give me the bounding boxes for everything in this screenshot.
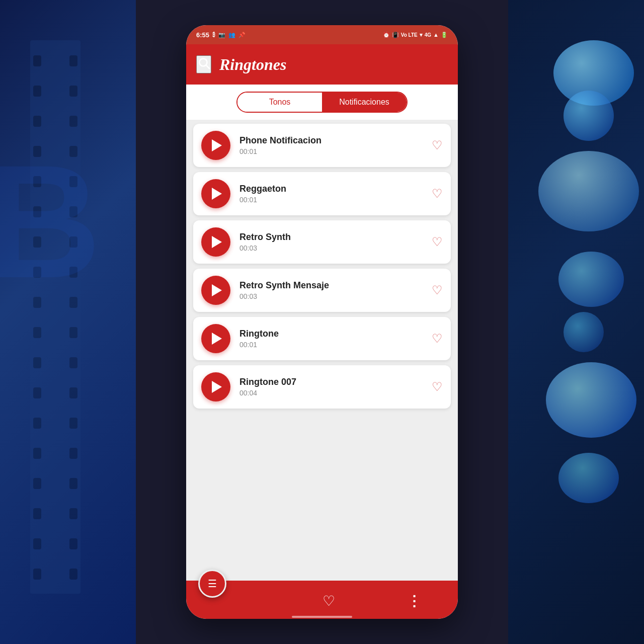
svg-rect-3	[33, 116, 41, 127]
ringtone-info-0: Phone Notificacion 00:01	[239, 135, 432, 155]
list-fab-icon: ☰	[208, 578, 217, 590]
svg-rect-35	[69, 538, 77, 549]
svg-rect-10	[33, 327, 41, 338]
play-button-3[interactable]	[201, 276, 230, 305]
svg-rect-21	[69, 116, 77, 127]
svg-rect-36	[69, 569, 77, 580]
play-button-0[interactable]	[201, 131, 230, 160]
play-icon-1	[212, 188, 222, 200]
status-teams-icon: 👥	[228, 32, 235, 38]
svg-rect-19	[69, 55, 77, 66]
status-signal-bars: ▲	[433, 32, 439, 38]
ringtone-info-3: Retro Synth Mensaje 00:03	[239, 280, 432, 300]
svg-rect-14	[33, 448, 41, 459]
ringtone-name-1: Reggaeton	[239, 184, 432, 194]
status-battery-icon: 🔋	[441, 32, 448, 38]
more-nav-icon: ⋮	[407, 593, 422, 609]
svg-rect-1	[33, 55, 41, 66]
status-right: ⏰ 📳 Vo LTE ▾ 4G ▲ 🔋	[383, 32, 448, 38]
svg-rect-31	[69, 418, 77, 429]
svg-rect-13	[33, 418, 41, 429]
favorite-button-1[interactable]: ♡	[432, 187, 443, 201]
play-icon-0	[212, 139, 222, 151]
list-item[interactable]: Ringtone 00:01 ♡	[193, 317, 451, 360]
ringtone-info-2: Retro Synth 00:03	[239, 232, 432, 252]
app-title: Ringtones	[219, 55, 286, 74]
home-indicator	[292, 616, 352, 618]
play-button-4[interactable]	[201, 324, 230, 353]
list-item[interactable]: Reggaeton 00:01 ♡	[193, 172, 451, 215]
status-signal-text: Vo LTE	[401, 32, 418, 38]
svg-rect-30	[69, 387, 77, 398]
play-button-5[interactable]	[201, 372, 230, 401]
svg-rect-11	[33, 357, 41, 368]
tab-notificaciones[interactable]: Notificaciones	[322, 93, 407, 112]
ringtone-name-4: Ringtone	[239, 329, 432, 339]
favorite-button-5[interactable]: ♡	[432, 380, 443, 394]
ringtone-duration-5: 00:04	[239, 389, 432, 397]
heart-nav-icon: ♡	[323, 593, 335, 609]
tab-container: Tonos Notificaciones	[236, 92, 408, 113]
svg-rect-16	[33, 508, 41, 519]
ringtone-info-5: Ringtone 007 00:04	[239, 377, 432, 397]
status-screenshot-icon: 📷	[218, 32, 225, 38]
status-bitcoin-icon: ₿	[212, 32, 215, 38]
bottom-navigation: ☰ ♡ ⋮	[186, 581, 458, 619]
favorite-button-4[interactable]: ♡	[432, 332, 443, 346]
list-item[interactable]: Retro Synth 00:03 ♡	[193, 220, 451, 264]
play-icon-2	[212, 236, 222, 248]
svg-rect-33	[69, 478, 77, 489]
content-area: Phone Notificacion 00:01 ♡ Reggaeton 00:…	[186, 120, 458, 581]
ringtone-duration-1: 00:01	[239, 196, 432, 204]
tab-bar: Tonos Notificaciones	[186, 85, 458, 120]
list-item[interactable]: Retro Synth Mensaje 00:03 ♡	[193, 269, 451, 312]
svg-rect-15	[33, 478, 41, 489]
ringtone-name-5: Ringtone 007	[239, 377, 432, 387]
svg-rect-18	[33, 569, 41, 580]
favorite-button-0[interactable]: ♡	[432, 138, 443, 152]
svg-rect-2	[33, 86, 41, 97]
list-fab-button[interactable]: ☰	[198, 570, 226, 598]
status-left: 6:55 ₿ 📷 👥 📌	[196, 31, 246, 39]
status-4g-text: 4G	[425, 32, 431, 38]
play-icon-5	[212, 381, 222, 393]
status-pin-icon: 📌	[238, 32, 246, 38]
svg-rect-34	[69, 508, 77, 519]
play-icon-3	[212, 284, 222, 296]
ringtone-name-3: Retro Synth Mensaje	[239, 280, 432, 291]
ringtone-duration-0: 00:01	[239, 147, 432, 155]
ringtone-info-4: Ringtone 00:01	[239, 329, 432, 349]
play-button-1[interactable]	[201, 179, 230, 208]
status-wifi-icon: ▾	[420, 32, 423, 38]
list-item[interactable]: Ringtone 007 00:04 ♡	[193, 365, 451, 409]
svg-rect-28	[69, 327, 77, 338]
list-item[interactable]: Phone Notificacion 00:01 ♡	[193, 124, 451, 167]
svg-rect-17	[33, 538, 41, 549]
more-nav-button[interactable]: ⋮	[407, 593, 422, 609]
svg-rect-32	[69, 448, 77, 459]
status-alarm-icon: ⏰	[383, 32, 390, 38]
phone-frame: 6:55 ₿ 📷 👥 📌 ⏰ 📳 Vo LTE ▾ 4G ▲ 🔋 Rington…	[186, 25, 458, 619]
favorites-nav-button[interactable]: ♡	[323, 593, 335, 609]
svg-rect-12	[33, 387, 41, 398]
ringtone-name-2: Retro Synth	[239, 232, 432, 243]
status-time: 6:55	[196, 31, 209, 39]
ringtone-duration-2: 00:03	[239, 244, 432, 252]
status-vibrate-icon: 📳	[392, 32, 399, 38]
play-icon-4	[212, 333, 222, 345]
search-button[interactable]	[196, 55, 211, 73]
favorite-button-3[interactable]: ♡	[432, 283, 443, 297]
svg-rect-20	[69, 86, 77, 97]
svg-line-38	[206, 65, 209, 68]
svg-rect-29	[69, 357, 77, 368]
favorite-button-2[interactable]: ♡	[432, 235, 443, 249]
ringtone-duration-4: 00:01	[239, 341, 432, 349]
play-button-2[interactable]	[201, 227, 230, 257]
ringtone-info-1: Reggaeton 00:01	[239, 184, 432, 204]
ringtone-name-0: Phone Notificacion	[239, 135, 432, 146]
app-header: Ringtones	[186, 44, 458, 85]
tab-tonos[interactable]: Tonos	[237, 93, 322, 112]
status-bar: 6:55 ₿ 📷 👥 📌 ⏰ 📳 Vo LTE ▾ 4G ▲ 🔋	[186, 25, 458, 44]
ringtone-duration-3: 00:03	[239, 292, 432, 300]
